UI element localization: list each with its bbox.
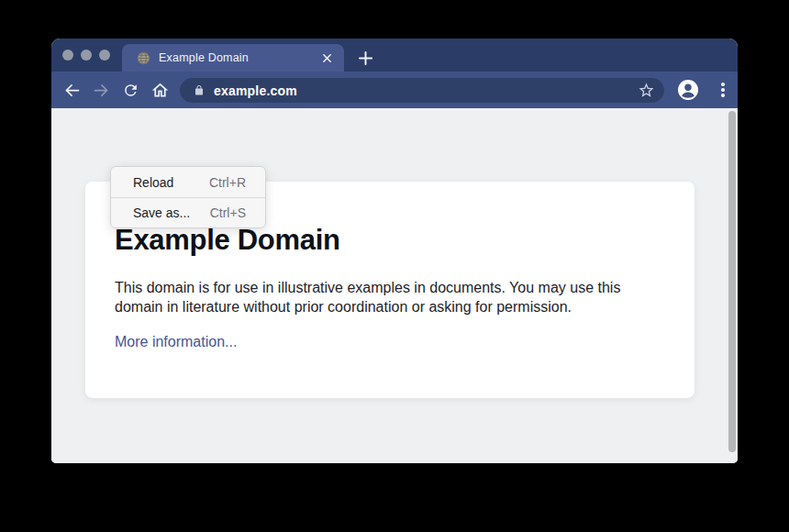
context-menu: Reload Ctrl+R Save as... Ctrl+S — [110, 166, 266, 228]
tab-close-icon[interactable] — [319, 50, 334, 65]
menu-item-label: Reload — [133, 175, 173, 190]
menu-item-label: Save as... — [133, 205, 190, 220]
window-controls[interactable] — [62, 50, 110, 61]
window-minimize-button[interactable] — [81, 50, 92, 61]
arrow-left-icon — [62, 81, 82, 100]
more-information-link[interactable]: More information... — [115, 334, 237, 350]
bookmark-star-icon[interactable] — [636, 81, 656, 101]
profile-avatar-icon[interactable] — [677, 79, 699, 101]
home-icon — [150, 81, 170, 100]
window-close-button[interactable] — [62, 50, 73, 61]
url-text[interactable]: example.com — [214, 83, 636, 98]
tab-title: Example Domain — [159, 51, 319, 64]
menu-item-save-as[interactable]: Save as... Ctrl+S — [111, 197, 265, 227]
tab-strip: Example Domain — [51, 39, 738, 72]
page-title: Example Domain — [115, 224, 645, 257]
plus-icon — [358, 50, 373, 66]
page-viewport: Example Domain This domain is for use in… — [51, 108, 738, 463]
browser-toolbar: example.com — [51, 72, 738, 108]
forward-button[interactable] — [86, 75, 116, 105]
home-button[interactable] — [145, 75, 174, 105]
back-button[interactable] — [57, 75, 86, 105]
address-bar[interactable]: example.com — [180, 78, 664, 103]
reload-button[interactable] — [116, 75, 145, 105]
lock-icon — [194, 84, 205, 96]
vertical-scrollbar[interactable] — [728, 111, 736, 452]
new-tab-button[interactable] — [352, 47, 378, 69]
globe-icon — [137, 51, 150, 65]
tab-example-domain[interactable]: Example Domain — [122, 44, 344, 72]
window-zoom-button[interactable] — [99, 50, 110, 61]
browser-window: Example Domain — [51, 39, 738, 463]
arrow-right-icon — [92, 81, 111, 100]
reload-icon — [122, 82, 139, 99]
menu-item-shortcut: Ctrl+S — [210, 205, 246, 220]
menu-item-reload[interactable]: Reload Ctrl+R — [111, 167, 265, 197]
page-body-text: This domain is for use in illustrative e… — [115, 278, 645, 316]
menu-item-shortcut: Ctrl+R — [209, 175, 246, 190]
browser-menu-kebab-icon[interactable] — [712, 79, 734, 101]
